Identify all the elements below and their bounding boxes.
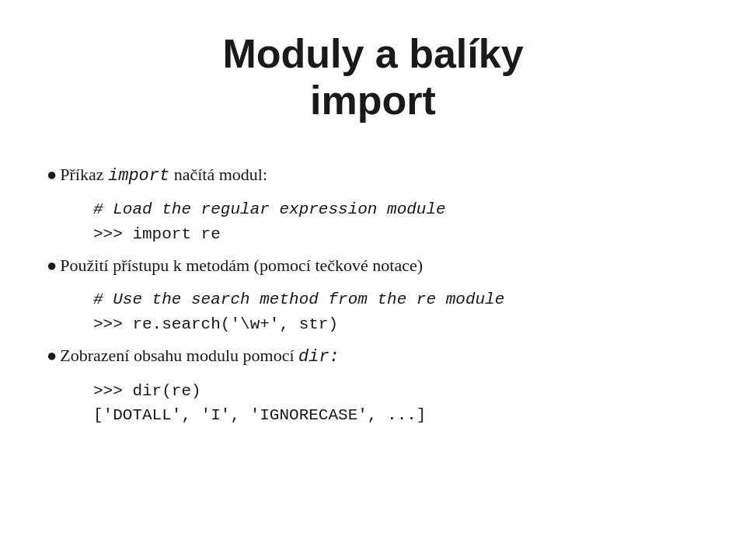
bullet-zobrazeni: ● Zobrazení obsahu modulu pomocí dir: >>… <box>47 344 699 428</box>
bullet-text-prikaz: Příkaz import načítá modul: <box>60 163 267 189</box>
prikaz-label: Příkaz <box>60 165 108 184</box>
prikaz-code: import <box>108 166 169 186</box>
code-line-1: >>> import re <box>93 222 699 247</box>
code-line-3b: ['DOTALL', 'I', 'IGNORECASE', ...] <box>93 403 699 428</box>
bullet-dot-2: ● <box>47 256 57 276</box>
code-line-3a: >>> dir(re) <box>93 379 699 404</box>
bullet-dot-1: ● <box>47 165 57 185</box>
code-block-2: # Use the search method from the re modu… <box>93 287 699 336</box>
zobrazeni-text: Zobrazení obsahu modulu pomocí <box>60 346 298 365</box>
title-line2: import <box>47 78 699 124</box>
title-block: Moduly a balíky import <box>47 31 699 124</box>
bullet-item-zobrazeni: ● Zobrazení obsahu modulu pomocí dir: <box>47 344 699 370</box>
bullet-item-prikaz: ● Příkaz import načítá modul: <box>47 163 699 189</box>
code-block-1: # Load the regular expression module >>>… <box>93 197 699 246</box>
bullet-dot-3: ● <box>47 346 57 366</box>
zobrazeni-code: dir: <box>298 347 340 367</box>
code-block-3: >>> dir(re) ['DOTALL', 'I', 'IGNORECASE'… <box>93 379 699 428</box>
bullet-pouziti: ● Použití přístupu k metodám (pomocí teč… <box>47 254 699 336</box>
bullet-text-zobrazeni: Zobrazení obsahu modulu pomocí dir: <box>60 344 340 370</box>
content-block: ● Příkaz import načítá modul: # Load the… <box>47 163 699 436</box>
pouziti-text: Použití přístupu k metodám (pomocí tečko… <box>60 256 423 275</box>
bullet-prikaz: ● Příkaz import načítá modul: # Load the… <box>47 163 699 247</box>
code-comment-2: # Use the search method from the re modu… <box>93 287 699 312</box>
bullet-item-pouziti: ● Použití přístupu k metodám (pomocí teč… <box>47 254 699 278</box>
title-line1: Moduly a balíky <box>47 31 699 78</box>
bullet-text-pouziti: Použití přístupu k metodám (pomocí tečko… <box>60 254 423 278</box>
prikaz-rest: načítá modul: <box>169 165 267 184</box>
code-line-2: >>> re.search('\w+', str) <box>93 312 699 337</box>
code-comment-1: # Load the regular expression module <box>93 197 699 222</box>
slide: Moduly a balíky import ● Příkaz import n… <box>0 0 746 560</box>
